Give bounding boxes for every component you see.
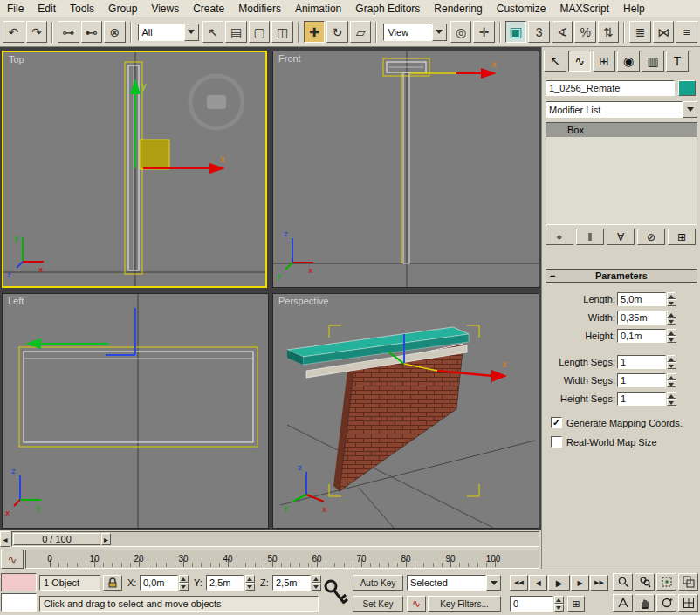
current-frame-field[interactable]: 0	[510, 596, 553, 612]
unlink-icon[interactable]: ⊷	[81, 21, 103, 43]
menu-rendering[interactable]: Rendering	[427, 1, 489, 17]
length-segs-spinner[interactable]	[667, 355, 676, 369]
menu-animation[interactable]: Animation	[288, 1, 348, 17]
select-and-scale-icon[interactable]: ▱	[350, 21, 372, 43]
modifier-list-dropdown[interactable]: Modifier List	[546, 101, 683, 118]
z-coord-spinner[interactable]	[312, 575, 321, 591]
spinner-snap-icon[interactable]: ⇅	[598, 21, 620, 43]
snaps-toggle-icon[interactable]: ▣	[505, 21, 527, 43]
y-coord-spinner[interactable]	[245, 575, 255, 591]
viewport-perspective[interactable]: x z x y Perspective	[272, 293, 539, 529]
select-and-move-icon[interactable]: ✚	[304, 21, 326, 43]
remove-modifier-icon[interactable]: ⊘	[637, 229, 665, 245]
length-segs-field[interactable]: 1	[617, 355, 666, 369]
menu-edit[interactable]: Edit	[31, 1, 63, 17]
make-unique-icon[interactable]: ∀	[607, 229, 635, 245]
zoom-extents-icon[interactable]	[656, 573, 676, 591]
tab-utilities[interactable]: T	[666, 51, 689, 72]
zoom-icon[interactable]	[613, 573, 633, 591]
redo-icon[interactable]: ↷	[26, 21, 48, 43]
menu-modifiers[interactable]: Modifiers	[231, 1, 288, 17]
height-field[interactable]: 0,1m	[617, 329, 666, 343]
menu-file[interactable]: File	[0, 1, 31, 17]
time-slider-track[interactable]: 0 / 100 ▸	[11, 531, 539, 547]
select-and-rotate-icon[interactable]: ↻	[326, 21, 348, 43]
height-spinner[interactable]	[667, 329, 676, 343]
width-segs-field[interactable]: 1	[617, 373, 666, 387]
menu-tools[interactable]: Tools	[63, 1, 101, 17]
time-slider-prev-icon[interactable]: ◂	[0, 531, 10, 547]
x-coord-field[interactable]: 0,0m	[140, 575, 178, 591]
angle-snap-icon[interactable]: ∢	[552, 21, 573, 43]
set-key-mode-key-icon[interactable]	[323, 578, 349, 610]
rollout-collapse-icon[interactable]: −	[550, 270, 555, 281]
viewport-top[interactable]: y x y x z Top	[2, 51, 267, 288]
z-coord-field[interactable]: 2,5m	[272, 575, 311, 591]
mirror-icon[interactable]: ⋈	[653, 21, 675, 43]
menu-views[interactable]: Views	[144, 1, 186, 17]
time-slider-thumb[interactable]: 0 / 100	[13, 533, 100, 545]
current-frame-spinner[interactable]	[554, 596, 564, 612]
tab-modify[interactable]: ∿	[568, 51, 591, 72]
selection-set-arrow[interactable]	[486, 575, 501, 591]
zoom-all-icon[interactable]	[635, 573, 655, 591]
time-config-icon[interactable]: ⊞	[567, 596, 585, 612]
bind-to-spacewarp-icon[interactable]: ⊗	[104, 21, 126, 43]
width-spinner[interactable]	[667, 311, 676, 325]
height-segs-spinner[interactable]	[667, 392, 676, 406]
object-color-swatch[interactable]	[678, 80, 696, 96]
selection-filter-dropdown[interactable]: All	[138, 24, 199, 41]
reference-coordinate-dropdown[interactable]: View	[383, 24, 446, 41]
gizmo-plane-handle[interactable]	[140, 140, 169, 169]
parameters-rollout-header[interactable]: − Parameters	[546, 269, 697, 283]
zoom-extents-all-icon[interactable]	[678, 573, 698, 591]
x-coord-spinner[interactable]	[179, 575, 189, 591]
width-field[interactable]: 0,35m	[617, 311, 666, 325]
dropdown-arrow-icon[interactable]	[432, 24, 447, 41]
viewport-front[interactable]: x z x y Front	[272, 51, 539, 288]
menu-group[interactable]: Group	[101, 1, 144, 17]
tab-create[interactable]: ↖	[544, 51, 566, 72]
field-of-view-icon[interactable]	[613, 594, 633, 612]
auto-key-button[interactable]: Auto Key	[353, 575, 403, 591]
configure-modifier-sets-icon[interactable]: ⊞	[668, 229, 696, 245]
real-world-map-size-checkbox[interactable]	[551, 436, 562, 448]
percent-snap-icon[interactable]: %	[574, 21, 596, 43]
select-by-name-icon[interactable]: ▤	[225, 21, 247, 43]
go-to-start-icon[interactable]: ◀◀	[510, 575, 528, 591]
y-coord-field[interactable]: 2,5m	[206, 575, 244, 591]
tab-hierarchy[interactable]: ⊞	[593, 51, 615, 72]
height-segs-field[interactable]: 1	[617, 392, 666, 406]
go-to-end-icon[interactable]: ▶▶	[590, 575, 608, 591]
undo-icon[interactable]: ↶	[3, 21, 24, 43]
width-segs-spinner[interactable]	[667, 373, 676, 387]
stack-item-box[interactable]: Box	[546, 123, 697, 137]
tab-display[interactable]: ▥	[642, 51, 664, 72]
menu-graph-editors[interactable]: Graph Editors	[348, 1, 427, 17]
track-bar-ruler[interactable]: 0 10 20 30 40 50 60 70 80 90 100	[25, 550, 539, 569]
use-pivot-center-icon[interactable]: ◎	[450, 21, 472, 43]
modifier-list-arrow[interactable]	[683, 101, 697, 118]
generate-mapping-coords-checkbox[interactable]: ✓	[551, 417, 562, 428]
align-icon[interactable]: ≡	[676, 21, 697, 43]
default-tangents-icon[interactable]: ∿	[407, 596, 426, 612]
snaps-3d-icon[interactable]: 3	[528, 21, 550, 43]
key-filters-button[interactable]: Key Filters...	[428, 596, 501, 612]
set-key-button[interactable]: Set Key	[353, 596, 403, 612]
select-object-icon[interactable]: ↖	[202, 21, 224, 43]
length-spinner[interactable]	[667, 292, 676, 306]
maximize-viewport-icon[interactable]	[678, 594, 698, 612]
menu-help[interactable]: Help	[616, 1, 652, 17]
rectangular-region-icon[interactable]: ▢	[249, 21, 271, 43]
select-and-manipulate-icon[interactable]: ✛	[473, 21, 495, 43]
named-selection-sets-icon[interactable]: ≣	[629, 21, 651, 43]
viewport-left[interactable]: z y x Left	[2, 293, 269, 529]
pin-stack-icon[interactable]: ⌖	[546, 229, 573, 245]
length-field[interactable]: 5,0m	[617, 292, 666, 306]
selection-set-dropdown[interactable]: Selected	[407, 575, 486, 591]
maxscript-mini-listener-macro[interactable]	[1, 573, 37, 591]
next-frame-icon[interactable]: ▶	[571, 575, 589, 591]
mini-curve-editor-icon[interactable]: ∿	[1, 550, 24, 569]
time-slider-next-icon[interactable]: ▸	[101, 533, 111, 545]
arc-rotate-icon[interactable]	[656, 594, 676, 612]
